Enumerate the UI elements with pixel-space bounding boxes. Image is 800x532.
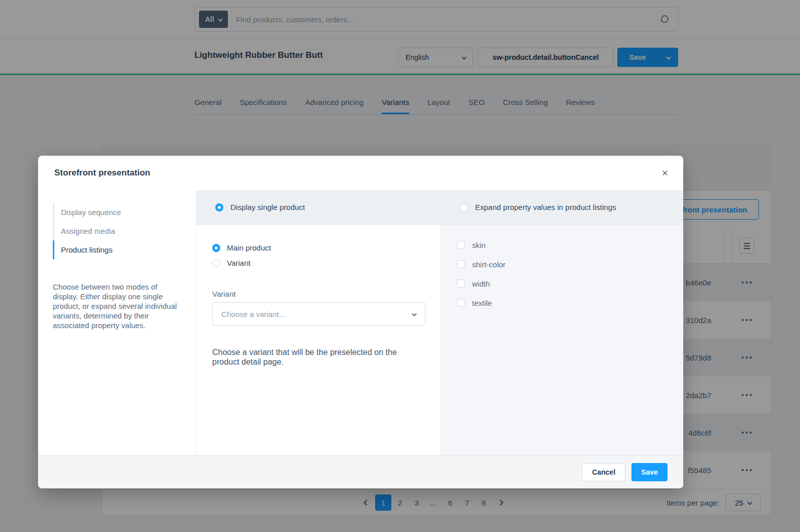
property-row-skin: skin <box>457 241 683 249</box>
radio-variant[interactable] <box>212 259 220 267</box>
single-product-panel: Display single product Main product Vari… <box>196 190 441 455</box>
variant-option: Variant <box>212 259 425 267</box>
admin-screen: All Lightweight Rubber Butter Butt Engli… <box>0 0 800 532</box>
modal-save-label: Save <box>641 468 658 476</box>
modal-description: Choose between two modes of display. Eit… <box>53 282 182 330</box>
close-icon[interactable]: ✕ <box>659 167 671 179</box>
modal-save-button[interactable]: Save <box>631 463 668 481</box>
property-label: skin <box>472 241 486 250</box>
property-list: skin shirt-color width textile <box>441 225 683 455</box>
checkbox-textile[interactable] <box>457 299 465 307</box>
property-row-width: width <box>457 279 683 288</box>
mode-single-label: Display single product <box>230 203 305 211</box>
variant-select[interactable]: Choose a variant... <box>212 302 425 326</box>
modal-sidebar: Display sequence Assigned media Product … <box>38 190 196 455</box>
storefront-presentation-modal: Storefront presentation ✕ Display sequen… <box>38 156 683 488</box>
checkbox-skin[interactable] <box>457 241 465 249</box>
sidebar-item-product-listings[interactable]: Product listings <box>53 240 196 259</box>
sidebar-item-display-sequence[interactable]: Display sequence <box>54 203 196 222</box>
property-label: width <box>472 279 490 288</box>
property-row-textile: textile <box>457 299 683 307</box>
chevron-down-icon <box>412 311 417 316</box>
property-label: shirt-color <box>472 260 506 269</box>
main-product-option: Main product <box>212 243 425 252</box>
mode-single-row: Display single product <box>196 190 441 225</box>
modal-footer: Cancel Save <box>38 455 683 488</box>
checkbox-width[interactable] <box>457 279 465 288</box>
property-label: textile <box>472 299 492 307</box>
variant-help-text: Choose a variant that will be the presel… <box>212 347 415 367</box>
main-product-label: Main product <box>227 243 271 252</box>
checkbox-shirt-color[interactable] <box>457 260 465 268</box>
modal-body: Display sequence Assigned media Product … <box>38 190 683 455</box>
modal-cancel-label: Cancel <box>592 468 615 476</box>
modal-cancel-button[interactable]: Cancel <box>582 463 625 481</box>
modal-title: Storefront presentation <box>54 168 150 178</box>
variant-select-placeholder: Choose a variant... <box>221 310 285 318</box>
radio-display-single-product[interactable] <box>215 203 223 211</box>
sidebar-item-assigned-media[interactable]: Assigned media <box>54 222 196 240</box>
single-product-options: Main product Variant Variant Choose a va… <box>196 225 441 455</box>
variant-field-label: Variant <box>212 290 425 298</box>
modal-nav: Display sequence Assigned media Product … <box>53 203 196 259</box>
radio-expand-properties[interactable] <box>460 203 468 211</box>
property-row-shirt-color: shirt-color <box>457 260 683 268</box>
expand-properties-panel: Expand property values in product listin… <box>441 190 683 455</box>
radio-main-product[interactable] <box>212 244 220 252</box>
variant-radio-label: Variant <box>227 259 250 267</box>
mode-expand-label: Expand property values in product listin… <box>475 203 616 211</box>
mode-expand-row: Expand property values in product listin… <box>441 190 683 225</box>
modal-header: Storefront presentation ✕ <box>38 156 683 190</box>
